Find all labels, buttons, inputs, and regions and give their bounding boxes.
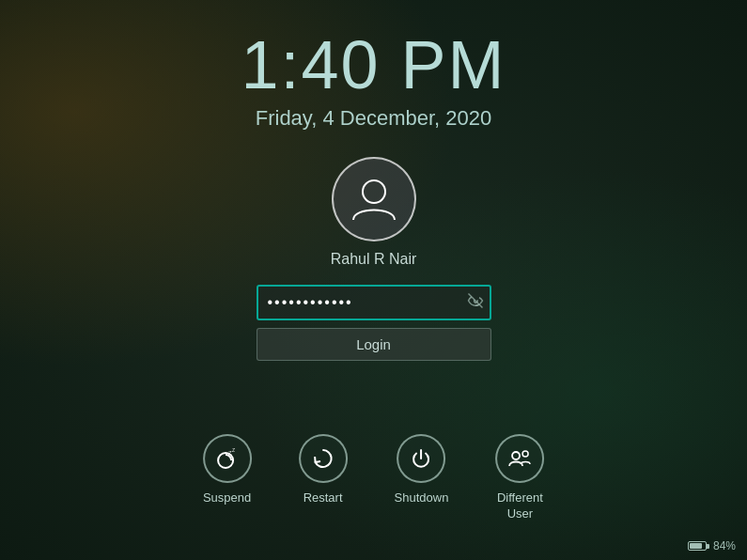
restart-icon	[310, 445, 336, 472]
actions-section: Z Z Suspend Restart Shutdown	[203, 434, 545, 522]
suspend-action[interactable]: Z Z Suspend	[203, 434, 252, 506]
different-user-action[interactable]: DifferentUser	[495, 434, 544, 522]
battery-fill	[690, 543, 702, 549]
password-wrapper	[257, 285, 491, 320]
restart-icon-circle	[299, 434, 348, 483]
battery-label: 84%	[713, 539, 736, 552]
show-password-icon[interactable]	[467, 292, 484, 313]
different-user-icon-circle	[495, 434, 544, 483]
different-user-label: DifferentUser	[497, 490, 543, 522]
battery-icon	[688, 541, 709, 551]
username-label: Rahul R Nair	[331, 251, 417, 268]
shutdown-label: Shutdown	[395, 490, 449, 506]
time-section: 1:40 PM Friday, 4 December, 2020	[241, 28, 506, 131]
restart-label: Restart	[303, 490, 343, 506]
shutdown-action[interactable]: Shutdown	[395, 434, 449, 506]
clock-date: Friday, 4 December, 2020	[241, 106, 506, 131]
avatar	[332, 157, 416, 241]
login-button[interactable]: Login	[257, 328, 491, 361]
suspend-icon-circle: Z Z	[203, 434, 252, 483]
svg-point-0	[363, 180, 385, 203]
restart-action[interactable]: Restart	[299, 434, 348, 506]
suspend-icon: Z Z	[214, 445, 241, 472]
suspend-label: Suspend	[203, 490, 251, 506]
svg-point-6	[512, 452, 520, 459]
shutdown-icon	[408, 445, 434, 472]
clock-time: 1:40 PM	[241, 28, 506, 102]
battery-indicator: 84%	[688, 539, 736, 552]
password-input[interactable]	[257, 285, 491, 320]
svg-text:Z: Z	[232, 447, 235, 453]
shutdown-icon-circle	[397, 434, 445, 483]
user-avatar-icon	[346, 171, 402, 227]
login-section: Login	[257, 285, 491, 361]
different-user-icon	[506, 445, 533, 472]
user-section: Rahul R Nair	[331, 157, 417, 268]
svg-point-7	[522, 451, 528, 457]
battery-tip	[707, 544, 709, 549]
